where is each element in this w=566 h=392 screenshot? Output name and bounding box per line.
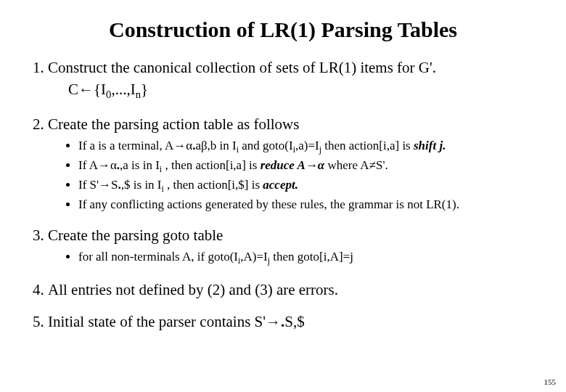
main-list: Construct the canonical collection of se… [26, 58, 540, 331]
item-1: Construct the canonical collection of se… [48, 58, 540, 102]
page-number: 155 [544, 377, 557, 386]
page-title: Construction of LR(1) Parsing Tables [26, 17, 540, 42]
t: aβ,b in I [195, 139, 236, 152]
t: ,a)=I [295, 139, 319, 152]
item-2-b4: If any conflicting actions generated by … [78, 197, 540, 213]
item-2-bullets: If a is a terminal, A→α.aβ,b in Ii and g… [64, 138, 540, 213]
t: If S'→S [78, 178, 118, 192]
t: then action[i,a] is [321, 139, 414, 152]
t: } [141, 81, 148, 98]
shift-label: shift j. [414, 139, 446, 152]
t: for all non-terminals A, if goto(I [78, 250, 238, 264]
t: If A→α [78, 158, 117, 172]
t: If any conflicting actions generated by … [78, 197, 459, 211]
item-2-b1: If a is a terminal, A→α.aβ,b in Ii and g… [78, 138, 540, 156]
item-1-text: Construct the canonical collection of se… [48, 59, 436, 76]
reduce-label: reduce A→α [261, 158, 325, 172]
t: C←{I [68, 81, 106, 98]
slide: Construction of LR(1) Parsing Tables Con… [0, 0, 566, 392]
item-3-text: Create the parsing goto table [48, 226, 223, 244]
t: ,...,I [111, 81, 135, 98]
t: , then action[i,$] is [164, 178, 263, 192]
t: ,$ is in I [121, 178, 162, 192]
item-1-sub: C←{I0,...,In} [68, 80, 540, 102]
t: and goto(I [239, 139, 293, 152]
t: If a is a terminal, A→α [78, 139, 192, 152]
t: ,A)=I [240, 250, 267, 264]
t: S,$ [284, 313, 304, 330]
item-2-text: Create the parsing action table as follo… [48, 115, 299, 133]
item-3-b1: for all non-terminals A, if goto(Ii,A)=I… [78, 249, 540, 267]
t: then goto[i,A]=j [270, 250, 353, 264]
item-4-text: All entries not defined by (2) and (3) a… [48, 281, 338, 298]
item-5: Initial state of the parser contains S'→… [48, 312, 540, 331]
accept-label: accept. [263, 178, 298, 192]
item-2: Create the parsing action table as follo… [48, 115, 540, 213]
item-2-b3: If S'→S.,$ is in Ii , then action[i,$] i… [78, 177, 540, 195]
item-3-bullets: for all non-terminals A, if goto(Ii,A)=I… [64, 249, 540, 267]
t: Initial state of the parser contains S'→ [48, 313, 281, 330]
t: ,a is in I [120, 158, 160, 172]
item-3: Create the parsing goto table for all no… [48, 226, 540, 267]
t: where A≠S'. [324, 158, 387, 172]
t: , then action[i,a] is [162, 158, 261, 172]
sub-n: n [136, 89, 141, 100]
item-2-b2: If A→α.,a is in Ii , then action[i,a] is… [78, 158, 540, 176]
item-4: All entries not defined by (2) and (3) a… [48, 280, 540, 299]
